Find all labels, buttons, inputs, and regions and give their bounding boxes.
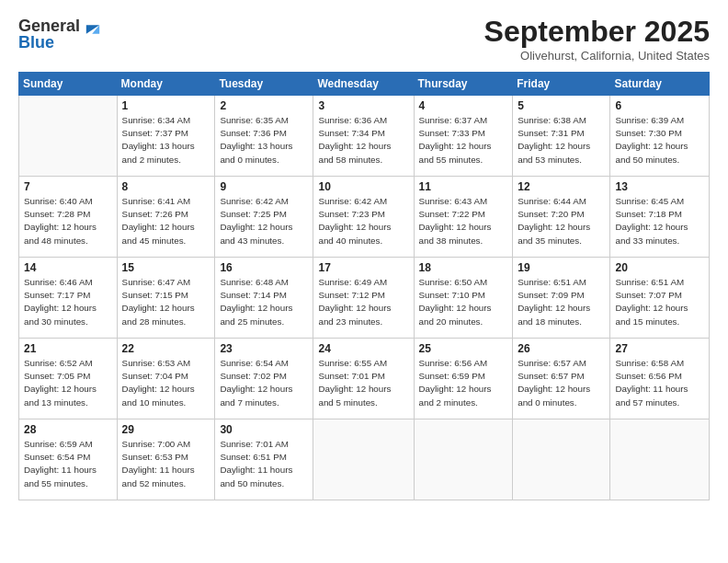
day-info: Sunrise: 6:52 AM Sunset: 7:05 PM Dayligh… [24,357,112,409]
day-cell: 25Sunrise: 6:56 AM Sunset: 6:59 PM Dayli… [414,339,513,419]
col-wednesday: Wednesday [313,73,414,96]
day-cell: 9Sunrise: 6:42 AM Sunset: 7:25 PM Daylig… [215,177,313,258]
day-number: 8 [122,180,210,193]
day-info: Sunrise: 6:48 AM Sunset: 7:14 PM Dayligh… [220,276,308,328]
day-number: 17 [318,261,408,274]
day-number: 14 [24,261,112,274]
day-cell: 1Sunrise: 6:34 AM Sunset: 7:37 PM Daylig… [117,96,215,177]
day-number: 22 [122,342,210,355]
day-cell: 18Sunrise: 6:50 AM Sunset: 7:10 PM Dayli… [414,258,513,339]
day-number: 7 [24,180,112,193]
day-number: 18 [419,261,508,274]
day-cell: 8Sunrise: 6:41 AM Sunset: 7:26 PM Daylig… [117,177,215,258]
day-cell: 14Sunrise: 6:46 AM Sunset: 7:17 PM Dayli… [19,258,118,339]
day-info: Sunrise: 6:35 AM Sunset: 7:36 PM Dayligh… [220,114,308,167]
day-info: Sunrise: 6:58 AM Sunset: 6:56 PM Dayligh… [615,357,704,409]
day-info: Sunrise: 6:45 AM Sunset: 7:18 PM Dayligh… [615,195,704,247]
day-cell [313,419,414,500]
day-cell: 10Sunrise: 6:42 AM Sunset: 7:23 PM Dayli… [313,177,414,258]
header-row: Sunday Monday Tuesday Wednesday Thursday… [19,73,710,96]
calendar-header: Sunday Monday Tuesday Wednesday Thursday… [19,73,710,96]
day-cell [19,96,118,177]
day-info: Sunrise: 6:47 AM Sunset: 7:15 PM Dayligh… [122,276,210,328]
day-number: 2 [220,99,308,112]
day-info: Sunrise: 6:44 AM Sunset: 7:20 PM Dayligh… [518,195,605,247]
logo-icon [82,15,104,37]
day-number: 6 [615,99,704,112]
day-cell: 19Sunrise: 6:51 AM Sunset: 7:09 PM Dayli… [513,258,610,339]
day-cell: 17Sunrise: 6:49 AM Sunset: 7:12 PM Dayli… [313,258,414,339]
day-cell: 12Sunrise: 6:44 AM Sunset: 7:20 PM Dayli… [513,177,610,258]
day-info: Sunrise: 6:39 AM Sunset: 7:30 PM Dayligh… [615,114,704,167]
week-row-2: 7Sunrise: 6:40 AM Sunset: 7:28 PM Daylig… [19,177,710,258]
day-number: 28 [24,423,112,436]
day-cell: 24Sunrise: 6:55 AM Sunset: 7:01 PM Dayli… [313,339,414,419]
day-info: Sunrise: 6:50 AM Sunset: 7:10 PM Dayligh… [419,276,508,328]
day-info: Sunrise: 6:54 AM Sunset: 7:02 PM Dayligh… [220,357,308,409]
week-row-1: 1Sunrise: 6:34 AM Sunset: 7:37 PM Daylig… [19,96,710,177]
day-info: Sunrise: 6:41 AM Sunset: 7:26 PM Dayligh… [122,195,210,247]
day-info: Sunrise: 6:36 AM Sunset: 7:34 PM Dayligh… [318,114,408,167]
page: General Blue September 2025 Olivehurst, … [0,0,728,563]
day-cell: 13Sunrise: 6:45 AM Sunset: 7:18 PM Dayli… [610,177,710,258]
header: General Blue September 2025 Olivehurst, … [18,15,710,63]
week-row-5: 28Sunrise: 6:59 AM Sunset: 6:54 PM Dayli… [19,419,710,500]
week-row-3: 14Sunrise: 6:46 AM Sunset: 7:17 PM Dayli… [19,258,710,339]
day-cell: 3Sunrise: 6:36 AM Sunset: 7:34 PM Daylig… [313,96,414,177]
month-title: September 2025 [484,15,710,49]
day-cell: 5Sunrise: 6:38 AM Sunset: 7:31 PM Daylig… [513,96,610,177]
day-number: 1 [122,99,210,112]
day-cell: 28Sunrise: 6:59 AM Sunset: 6:54 PM Dayli… [19,419,118,500]
day-info: Sunrise: 6:51 AM Sunset: 7:09 PM Dayligh… [518,276,605,328]
day-cell: 30Sunrise: 7:01 AM Sunset: 6:51 PM Dayli… [215,419,313,500]
day-info: Sunrise: 6:49 AM Sunset: 7:12 PM Dayligh… [318,276,408,328]
col-thursday: Thursday [414,73,513,96]
col-saturday: Saturday [610,73,710,96]
day-cell: 16Sunrise: 6:48 AM Sunset: 7:14 PM Dayli… [215,258,313,339]
day-number: 25 [419,342,508,355]
day-info: Sunrise: 7:00 AM Sunset: 6:53 PM Dayligh… [122,438,210,490]
day-info: Sunrise: 6:56 AM Sunset: 6:59 PM Dayligh… [419,357,508,409]
col-friday: Friday [513,73,610,96]
day-info: Sunrise: 6:51 AM Sunset: 7:07 PM Dayligh… [615,276,704,328]
day-number: 3 [318,99,408,112]
day-cell [513,419,610,500]
logo: General Blue [18,15,104,52]
location: Olivehurst, California, United States [484,49,710,63]
day-info: Sunrise: 6:38 AM Sunset: 7:31 PM Dayligh… [518,114,605,167]
day-number: 24 [318,342,408,355]
day-info: Sunrise: 6:42 AM Sunset: 7:25 PM Dayligh… [220,195,308,247]
day-cell: 27Sunrise: 6:58 AM Sunset: 6:56 PM Dayli… [610,339,710,419]
day-info: Sunrise: 6:40 AM Sunset: 7:28 PM Dayligh… [24,195,112,247]
day-cell: 22Sunrise: 6:53 AM Sunset: 7:04 PM Dayli… [117,339,215,419]
day-info: Sunrise: 6:55 AM Sunset: 7:01 PM Dayligh… [318,357,408,409]
day-cell: 15Sunrise: 6:47 AM Sunset: 7:15 PM Dayli… [117,258,215,339]
day-info: Sunrise: 6:42 AM Sunset: 7:23 PM Dayligh… [318,195,408,247]
col-monday: Monday [117,73,215,96]
day-info: Sunrise: 7:01 AM Sunset: 6:51 PM Dayligh… [220,438,308,490]
day-number: 19 [518,261,605,274]
day-number: 4 [419,99,508,112]
day-cell: 20Sunrise: 6:51 AM Sunset: 7:07 PM Dayli… [610,258,710,339]
day-cell: 2Sunrise: 6:35 AM Sunset: 7:36 PM Daylig… [215,96,313,177]
calendar-body: 1Sunrise: 6:34 AM Sunset: 7:37 PM Daylig… [19,96,710,500]
day-number: 27 [615,342,704,355]
day-number: 29 [122,423,210,436]
day-cell: 23Sunrise: 6:54 AM Sunset: 7:02 PM Dayli… [215,339,313,419]
calendar: Sunday Monday Tuesday Wednesday Thursday… [18,72,710,500]
day-number: 13 [615,180,704,193]
day-cell: 6Sunrise: 6:39 AM Sunset: 7:30 PM Daylig… [610,96,710,177]
day-info: Sunrise: 6:46 AM Sunset: 7:17 PM Dayligh… [24,276,112,328]
day-cell [414,419,513,500]
day-number: 10 [318,180,408,193]
day-info: Sunrise: 6:37 AM Sunset: 7:33 PM Dayligh… [419,114,508,167]
day-cell: 21Sunrise: 6:52 AM Sunset: 7:05 PM Dayli… [19,339,118,419]
day-info: Sunrise: 6:34 AM Sunset: 7:37 PM Dayligh… [122,114,210,167]
day-info: Sunrise: 6:59 AM Sunset: 6:54 PM Dayligh… [24,438,112,490]
day-cell: 4Sunrise: 6:37 AM Sunset: 7:33 PM Daylig… [414,96,513,177]
day-number: 12 [518,180,605,193]
day-number: 20 [615,261,704,274]
week-row-4: 21Sunrise: 6:52 AM Sunset: 7:05 PM Dayli… [19,339,710,419]
day-number: 5 [518,99,605,112]
day-info: Sunrise: 6:57 AM Sunset: 6:57 PM Dayligh… [518,357,605,409]
